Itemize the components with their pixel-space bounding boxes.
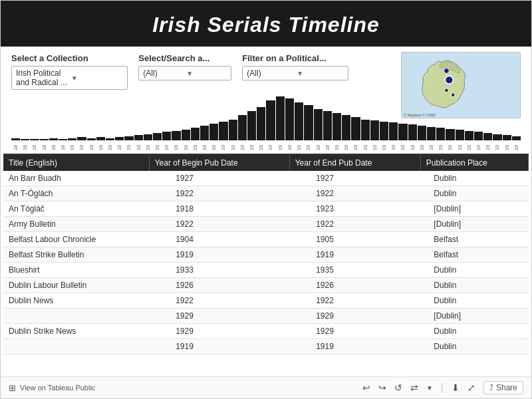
chart-bar [418, 126, 426, 140]
chart-bar [172, 131, 180, 140]
table-row: 1919 1919 Dublin [3, 339, 529, 354]
axis-label: 19 [162, 142, 171, 154]
search-select[interactable]: (All) ▼ [138, 66, 231, 80]
axis-label: 19 [295, 142, 303, 154]
share-button[interactable]: ⤴ Share [483, 381, 523, 394]
chart-bar [87, 138, 96, 140]
chart-bar [162, 132, 171, 140]
chart-axis-labels: 1818181818181919191919191919191919191919… [11, 140, 521, 154]
chart-bar [398, 124, 407, 140]
table-row: Belfast Strike Bulletin 1919 1919 Belfas… [3, 247, 529, 263]
table-row: Blueshirt 1933 1935 Dublin [3, 263, 529, 278]
cell-title: Belfast Strike Bulletin [3, 247, 149, 263]
chart-bar [229, 120, 237, 140]
chart-bar [59, 139, 67, 140]
axis-label: 19 [238, 142, 247, 154]
chart-bar [115, 137, 124, 140]
chart-bar [182, 130, 190, 140]
chart-bar [30, 139, 39, 140]
data-table: Title (English) Year of Begin Pub Date Y… [3, 155, 529, 354]
cell-place: Belfast [420, 232, 528, 247]
filter-dropdown-arrow: ▼ [297, 70, 344, 77]
chart-bar [40, 139, 49, 140]
axis-label: 19 [361, 142, 370, 154]
refresh-icon[interactable]: ⇄ [410, 382, 418, 393]
chart-bar [21, 139, 29, 140]
svg-point-1 [444, 68, 450, 74]
cell-place: Dublin [420, 171, 528, 186]
undo-icon[interactable]: ↩ [362, 382, 370, 393]
axis-label: 19 [380, 142, 388, 154]
chart-bar [351, 117, 360, 140]
cell-begin: 1927 [149, 171, 289, 186]
chart-bar [247, 111, 256, 140]
table-row: An Tógláč 1918 1923 [Dublin] [3, 201, 529, 217]
cell-title: Army Bulletin [3, 217, 149, 232]
chart-bar [106, 138, 114, 140]
axis-label: 19 [266, 142, 275, 154]
filter-select[interactable]: (All) ▼ [242, 66, 348, 80]
cell-end: 1926 [289, 278, 420, 293]
footer-left: ⊞ View on Tableau Public [9, 383, 95, 393]
cell-title: Dublin Strike News [3, 324, 149, 339]
page-title: Irish Serials Timeline [1, 13, 531, 37]
reset-icon[interactable]: ↺ [394, 382, 402, 393]
cell-title: Dublin Labour Bulletin [3, 278, 149, 293]
cell-begin: 1926 [149, 278, 289, 293]
filter-control: Filter on a Political... (All) ▼ [242, 53, 348, 80]
chart-bar [238, 115, 247, 140]
axis-label: 19 [436, 142, 445, 154]
timeline-chart: 1818181818181919191919191919191919191919… [1, 94, 531, 154]
chart-bar [191, 128, 200, 140]
cell-place: [Dublin] [420, 201, 528, 217]
chart-bar [295, 102, 303, 140]
chart-bar [389, 122, 398, 140]
chart-bar [474, 132, 483, 140]
controls-row: Select a Collection Irish Political and … [1, 47, 531, 94]
filter-label: Filter on a Political... [242, 53, 348, 63]
chart-bar [304, 105, 313, 140]
table-row: An Barr Buadh 1927 1927 Dublin [3, 171, 529, 186]
cell-place: Belfast [420, 247, 528, 263]
chart-bar [266, 100, 275, 140]
axis-label: 19 [512, 142, 521, 154]
chart-bar [380, 122, 388, 140]
axis-label: 18 [59, 142, 67, 154]
axis-label: 19 [209, 142, 218, 154]
cell-title: Belfast Labour Chronicle [3, 232, 149, 247]
axis-label: 19 [408, 142, 417, 154]
chart-bar [144, 134, 152, 140]
collection-select[interactable]: Irish Political and Radical ... ▼ [11, 66, 128, 90]
redo-icon[interactable]: ↪ [378, 382, 386, 393]
axis-label: 19 [351, 142, 360, 154]
tableau-link[interactable]: View on Tableau Public [20, 384, 95, 392]
table-row: Dublin News 1922 1922 Dublin [3, 293, 529, 309]
download-icon[interactable]: ⬇ [452, 382, 460, 393]
axis-label: 19 [465, 142, 473, 154]
axis-label: 19 [115, 142, 124, 154]
collection-control: Select a Collection Irish Political and … [11, 53, 128, 90]
axis-label: 19 [87, 142, 96, 154]
cell-title: An Tógláč [3, 201, 149, 217]
chart-bar [314, 109, 323, 140]
cell-title: Blueshirt [3, 263, 149, 278]
axis-label: 19 [134, 142, 143, 154]
cell-end: 1922 [289, 186, 420, 201]
chart-bar [11, 138, 20, 140]
chart-bar [124, 136, 133, 140]
chart-bar [503, 135, 511, 140]
axis-label: 19 [77, 142, 86, 154]
dropdown-icon[interactable]: ▼ [426, 384, 433, 392]
axis-label: 19 [191, 142, 200, 154]
axis-label: 19 [144, 142, 152, 154]
cell-begin: 1933 [149, 263, 289, 278]
axis-label: 19 [200, 142, 209, 154]
cell-title: An T-Óglách [3, 186, 149, 201]
axis-label: 19 [68, 142, 76, 154]
table-header-row: Title (English) Year of Begin Pub Date Y… [3, 155, 529, 171]
fullscreen-icon[interactable]: ⤢ [467, 382, 475, 393]
axis-label: 19 [332, 142, 341, 154]
cell-end: 1923 [289, 201, 420, 217]
search-label: Select/Search a... [138, 53, 231, 63]
cell-begin: 1929 [149, 309, 289, 324]
